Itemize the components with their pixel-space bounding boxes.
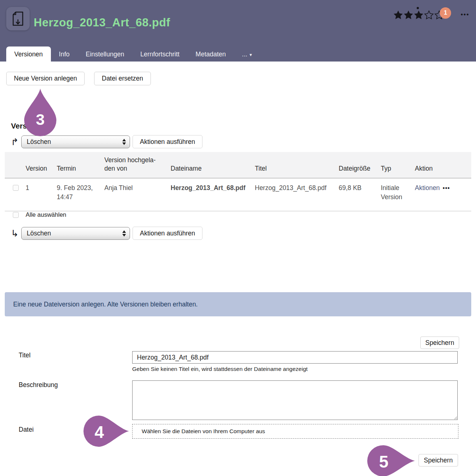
- annotation-number: 4: [83, 422, 115, 442]
- star-empty-icon[interactable]: [424, 10, 434, 19]
- replace-file-button[interactable]: Datei ersetzen: [94, 72, 151, 85]
- execute-actions-button-bottom[interactable]: Aktionen ausführen: [133, 227, 202, 240]
- col-dateiname: Dateiname: [166, 164, 250, 178]
- annotation-number: 3: [23, 111, 58, 129]
- beschreibung-textarea[interactable]: [132, 380, 458, 420]
- annotation-number: 5: [367, 452, 400, 472]
- cell-version: 1: [21, 178, 52, 201]
- select-spinner-icon: [122, 139, 126, 145]
- select-all-row: Alle auswählen: [13, 211, 66, 218]
- col-titel: Titel: [250, 164, 334, 178]
- star-filled-icon[interactable]: [393, 10, 403, 19]
- titel-input[interactable]: [132, 351, 458, 364]
- select-all-checkbox[interactable]: [13, 212, 19, 218]
- bulk-action-row-top: ↱ Löschen Aktionen ausführen: [11, 135, 202, 148]
- selected-action: Löschen: [27, 138, 51, 146]
- star-rating[interactable]: [393, 10, 444, 19]
- row-actions-link[interactable]: Aktionen: [415, 184, 440, 191]
- annotation-step-4: 4: [83, 414, 130, 448]
- tab-versionen[interactable]: Versionen: [6, 47, 51, 62]
- table-row: 1 9. Feb 2023, 14:47 Anja Thiel Herzog_2…: [5, 178, 471, 211]
- tab-more[interactable]: ...▾: [234, 47, 260, 62]
- col-checkbox: [5, 173, 21, 178]
- datei-label: Datei: [19, 426, 34, 434]
- file-object-icon-tile: [6, 7, 30, 30]
- header-bar: Herzog_2013_Art_68.pdf 1 ••• Versionen I…: [0, 0, 476, 62]
- tab-lernfortschritt[interactable]: Lernfortschritt: [132, 47, 187, 62]
- cell-typ: Initiale Version: [376, 178, 410, 211]
- star-filled-icon[interactable]: [414, 10, 424, 19]
- col-aktion: Aktion: [410, 164, 471, 178]
- tab-bar: Versionen Info Einstellungen Lernfortsch…: [6, 47, 260, 62]
- selected-action: Löschen: [27, 230, 51, 237]
- arrow-down-right-icon: ↳: [11, 228, 21, 239]
- arrow-up-right-icon: ↱: [11, 137, 21, 147]
- star-filled-icon[interactable]: [404, 10, 413, 19]
- col-typ: Typ: [376, 164, 410, 178]
- titel-label: Titel: [19, 352, 30, 359]
- row-checkbox[interactable]: [13, 185, 19, 191]
- save-button-bottom[interactable]: Speichern: [419, 454, 458, 466]
- col-termin: Termin: [52, 164, 100, 178]
- titel-hint: Geben Sie keinen Titel ein, wird stattde…: [132, 366, 308, 372]
- tab-einstellungen[interactable]: Einstellungen: [78, 47, 132, 62]
- select-all-label: Alle auswählen: [26, 211, 66, 218]
- cell-dateiname: Herzog_2013_Art_68.pdf: [166, 178, 250, 201]
- select-spinner-icon: [122, 230, 126, 237]
- col-version: Version: [21, 164, 52, 178]
- more-actions-icon[interactable]: •••: [461, 11, 469, 18]
- file-download-icon: [11, 11, 25, 26]
- tab-metadaten[interactable]: Metadaten: [187, 47, 234, 62]
- row-actions-dots-icon[interactable]: •••: [443, 185, 450, 191]
- bulk-action-select-bottom[interactable]: Löschen: [21, 227, 130, 240]
- annotation-step-5: 5: [367, 444, 416, 476]
- rating-count-badge: 1: [440, 7, 451, 19]
- cell-termin: 9. Feb 2023, 14:47: [52, 178, 100, 211]
- col-dateigroesse: Dateigröße: [334, 164, 376, 178]
- cell-dateigroesse: 69,8 KB: [334, 178, 376, 201]
- cell-titel: Herzog_2013_Art_68.pdf: [250, 178, 334, 201]
- versions-table: Version Termin Version hochgela- den von…: [5, 152, 471, 211]
- page: Herzog_2013_Art_68.pdf 1 ••• Versionen I…: [0, 0, 476, 476]
- new-version-button[interactable]: Neue Version anlegen: [6, 72, 85, 85]
- rating-widget: 1 •••: [393, 10, 469, 19]
- col-uploaded-by: Version hochgela- den von: [100, 156, 166, 178]
- caret-down-icon: ▾: [249, 52, 252, 57]
- info-message-box: Eine neue Dateiversion anlegen. Alte Ver…: [5, 292, 471, 316]
- beschreibung-label: Beschreibung: [19, 381, 58, 389]
- own-rating-dot-icon: [417, 7, 419, 9]
- annotation-step-3: 3: [23, 88, 58, 136]
- bulk-action-row-bottom: ↳ Löschen Aktionen ausführen: [11, 227, 202, 240]
- bulk-action-select-top[interactable]: Löschen: [21, 135, 130, 148]
- save-button-top[interactable]: Speichern: [420, 336, 459, 349]
- file-drop-input[interactable]: Wählen Sie die Dateien von Ihrem Compute…: [132, 424, 458, 439]
- table-header-row: Version Termin Version hochgela- den von…: [5, 152, 471, 178]
- tab-info[interactable]: Info: [51, 47, 78, 62]
- page-title: Herzog_2013_Art_68.pdf: [34, 16, 170, 29]
- execute-actions-button-top[interactable]: Aktionen ausführen: [133, 135, 202, 148]
- cell-uploaded-by: Anja Thiel: [100, 178, 166, 201]
- file-picker-label: Wählen Sie die Dateien von Ihrem Compute…: [142, 428, 265, 435]
- info-message-text: Eine neue Dateiversion anlegen. Alte Ver…: [13, 301, 198, 308]
